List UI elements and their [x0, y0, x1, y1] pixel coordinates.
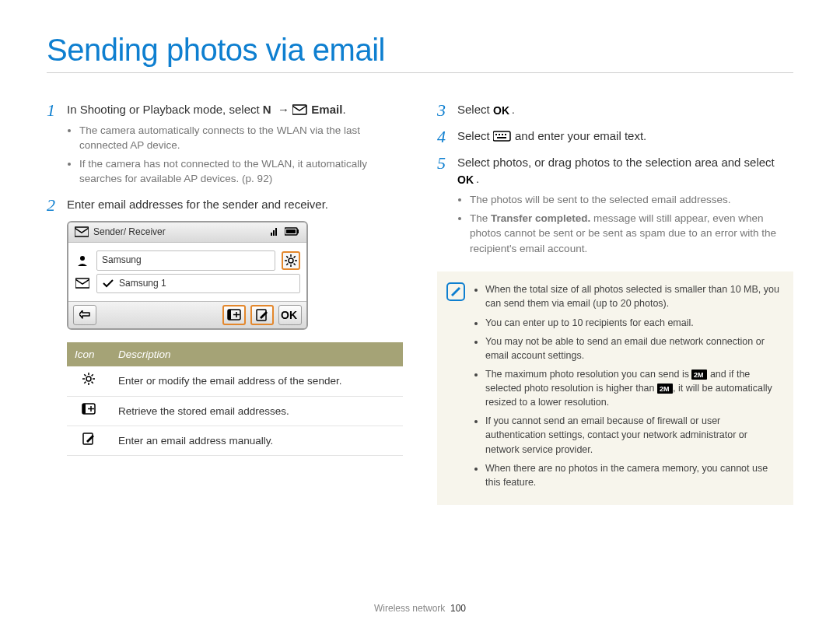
camera-ui-mock: Sender/ Receiver Samsung — [67, 221, 308, 330]
note-item: If you cannot send an email because of f… — [485, 414, 781, 456]
note-box: When the total size of all photos select… — [437, 271, 793, 505]
table-row: Enter or modify the email address of the… — [67, 366, 403, 396]
table-row: Retrieve the stored email addresses. — [67, 397, 403, 426]
step-3: 3 Select . — [437, 101, 793, 118]
step-4: 4 Select and enter your email text. — [437, 128, 793, 145]
note-icon — [446, 282, 465, 301]
page-footer: Wireless network 100 — [0, 603, 840, 614]
step-5-sub-2: The Transfer completed. message will sti… — [470, 211, 793, 257]
step-5-sub-1: The photos will be sent to the selected … — [470, 192, 793, 208]
compose-icon — [82, 433, 95, 445]
ok-icon — [281, 310, 299, 321]
step-2: 2 Enter email addresses for the sender a… — [47, 196, 403, 456]
th-desc: Description — [110, 342, 403, 367]
table-row: Enter an email address manually. — [67, 426, 403, 456]
compose-icon — [256, 309, 268, 321]
th-icon: Icon — [67, 342, 110, 367]
check-icon — [102, 278, 114, 289]
step-1-sub-1: The camera automatically connects to the… — [79, 123, 403, 153]
sender-settings-button[interactable] — [282, 251, 300, 270]
note-item: The maximum photo resolution you can sen… — [485, 367, 781, 409]
ok-icon — [493, 105, 512, 116]
compose-button[interactable] — [250, 305, 274, 325]
ok-icon — [457, 174, 476, 185]
receiver-field[interactable]: Samsung 1 — [96, 274, 300, 293]
addressbook-icon — [227, 309, 241, 321]
cam-header: Sender/ Receiver — [93, 226, 166, 239]
note-item: You may not be able to send an email due… — [485, 335, 781, 363]
envelope-icon — [75, 277, 89, 289]
gear-icon — [285, 254, 297, 267]
step-1-sub-2: If the camera has not connected to the W… — [79, 156, 403, 187]
battery-icon — [285, 226, 300, 237]
envelope-icon — [75, 226, 89, 238]
step-2-text: Enter email addresses for the sender and… — [67, 198, 328, 211]
note-item: When there are no photos in the camera m… — [485, 461, 781, 489]
resolution-2m-icon — [657, 384, 673, 394]
step-1-text: In Shooting or Playback mode, select N →… — [67, 103, 346, 116]
gear-icon — [82, 373, 95, 385]
keyboard-icon — [493, 130, 512, 142]
step-1: 1 In Shooting or Playback mode, select N… — [47, 101, 403, 187]
note-item: When the total size of all photos select… — [485, 282, 781, 310]
addressbook-icon — [82, 403, 96, 415]
step-5: 5 Select photos, or drag photos to the s… — [437, 154, 793, 257]
person-icon — [77, 254, 88, 267]
icon-description-table: Icon Description Enter or modify the ema… — [67, 342, 403, 456]
addressbook-button[interactable] — [222, 305, 246, 325]
signal-icon — [271, 226, 278, 237]
envelope-icon — [292, 103, 308, 116]
sender-field[interactable]: Samsung — [96, 250, 275, 270]
page-title: Sending photos via email — [47, 33, 793, 73]
note-item: You can enter up to 10 recipients for ea… — [485, 316, 781, 330]
back-button[interactable] — [73, 305, 96, 325]
back-icon — [79, 310, 90, 320]
resolution-2m-icon — [691, 370, 707, 380]
ok-button[interactable] — [278, 305, 302, 325]
